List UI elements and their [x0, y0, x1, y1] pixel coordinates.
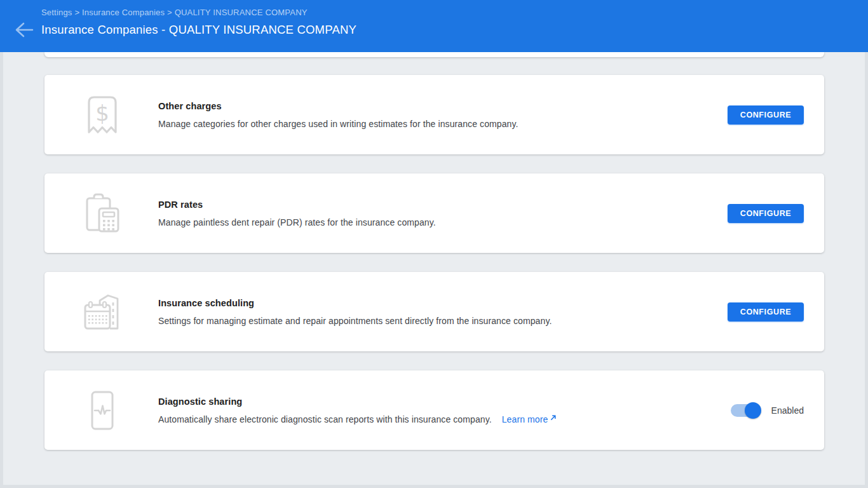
card-title: Diagnostic sharing [158, 396, 718, 407]
card-text: PDR rates Manage paintless dent repair (… [158, 200, 728, 227]
toggle-state-label: Enabled [771, 405, 804, 416]
card-action: CONFIGURE [728, 302, 804, 322]
card-title: Other charges [158, 101, 715, 111]
card-action: CONFIGURE [728, 105, 804, 125]
receipt-dollar-icon: $ [81, 94, 123, 136]
card-description: Settings for managing estimate and repai… [158, 316, 715, 326]
card-action: Enabled [731, 404, 804, 417]
svg-text:$: $ [95, 100, 109, 126]
card-title: PDR rates [158, 200, 715, 210]
breadcrumb: Settings > Insurance Companies > QUALITY… [41, 8, 308, 17]
card-pdr-rates: PDR rates Manage paintless dent repair (… [44, 173, 824, 253]
card-other-charges: $ Other charges Manage categories for ot… [44, 75, 824, 154]
calendar-building-icon [81, 292, 123, 332]
app-header: Settings > Insurance Companies > QUALITY… [0, 0, 868, 52]
card-description: Manage paintless dent repair (PDR) rates… [158, 217, 715, 227]
external-link-icon [550, 414, 557, 421]
configure-button[interactable]: CONFIGURE [728, 302, 804, 322]
clipboard-calculator-icon [81, 191, 123, 236]
arrow-left-icon [15, 22, 34, 38]
card-title: Insurance scheduling [158, 298, 715, 308]
diagnostic-pulse-icon [81, 390, 123, 431]
page-title: Insurance Companies - QUALITY INSURANCE … [41, 23, 356, 37]
learn-more-link[interactable]: Learn more [502, 414, 557, 424]
configure-button[interactable]: CONFIGURE [728, 204, 804, 223]
card-diagnostic-sharing: Diagnostic sharing Automatically share e… [44, 370, 824, 450]
card-action: CONFIGURE [728, 204, 804, 223]
card-description: Manage categories for other charges used… [158, 119, 715, 129]
toggle-thumb [745, 402, 761, 419]
card-text: Insurance scheduling Settings for managi… [158, 298, 728, 326]
diagnostic-sharing-toggle[interactable] [731, 404, 760, 417]
card-text: Diagnostic sharing Automatically share e… [158, 396, 731, 424]
card-description-text: Automatically share electronic diagnosti… [158, 414, 492, 424]
card-description: Automatically share electronic diagnosti… [158, 414, 718, 424]
content-area: $ Other charges Manage categories for ot… [3, 52, 865, 485]
card-insurance-scheduling: Insurance scheduling Settings for managi… [44, 272, 824, 351]
back-button[interactable] [11, 19, 37, 41]
configure-button[interactable]: CONFIGURE [728, 105, 804, 125]
scrolled-card-edge [44, 52, 824, 57]
card-text: Other charges Manage categories for othe… [158, 101, 728, 129]
